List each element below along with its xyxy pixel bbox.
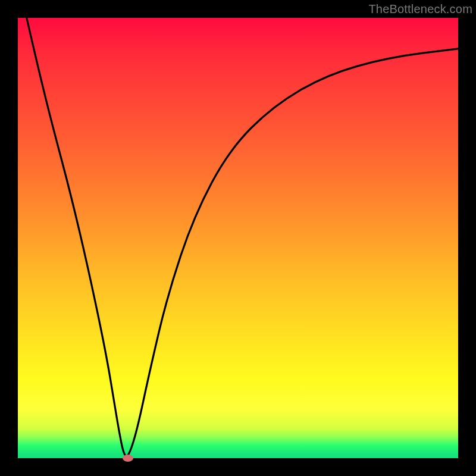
watermark-text: TheBottleneck.com — [368, 2, 472, 16]
curve-path-group — [27, 18, 458, 456]
curve-line — [27, 18, 458, 456]
chart-frame: TheBottleneck.com — [0, 0, 476, 476]
curve-svg — [18, 18, 458, 458]
minimum-marker — [123, 455, 133, 462]
plot-area — [18, 18, 458, 458]
